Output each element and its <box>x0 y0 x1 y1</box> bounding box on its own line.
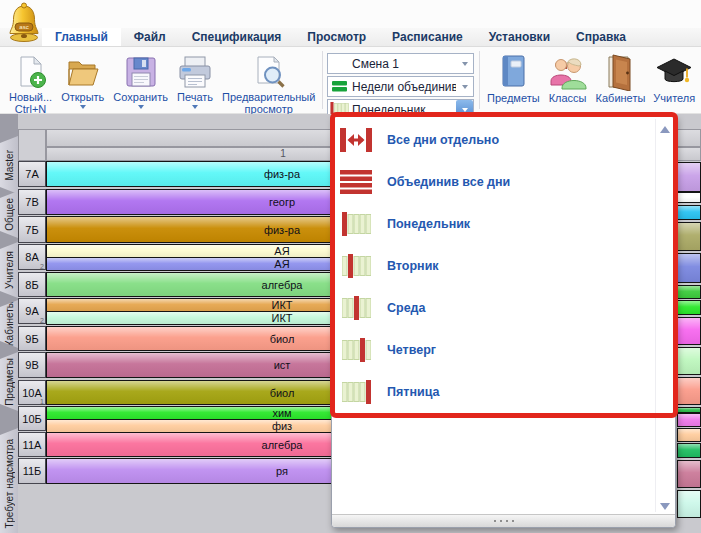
class-row-header-8[interactable]: 10А1 <box>18 380 46 405</box>
combo-value: Смена 1 <box>350 57 456 71</box>
toolbar-button-rooms[interactable]: Кабинеты <box>593 52 649 104</box>
entity-button-group: ПредметыКлассыКабинетыУчителя <box>484 52 698 104</box>
class-row-header-2[interactable]: 7Б <box>18 216 46 243</box>
side-tab-4[interactable]: Предметы <box>0 352 18 411</box>
lesson-card-partial[interactable] <box>677 347 701 375</box>
save-floppy-icon <box>124 53 158 91</box>
dropdown-item-6[interactable]: Пятница <box>338 371 651 413</box>
chevron-down-icon[interactable] <box>80 105 86 112</box>
toolbar-button-subjects[interactable]: Предметы <box>484 52 543 104</box>
side-tab-0[interactable]: Master <box>0 136 18 194</box>
file-button-group: Новый...Ctrl+NОткрытьСохранитьПечатьПред… <box>6 53 318 115</box>
chevron-down-icon[interactable] <box>138 105 144 112</box>
side-tab-2[interactable]: Учителя <box>0 242 18 298</box>
menu-tab-1[interactable]: Файл <box>121 28 179 46</box>
printer-icon <box>177 53 213 91</box>
side-tab-3[interactable]: Кабинеты <box>0 300 18 348</box>
side-tab-5[interactable]: Требует надсмотра <box>0 428 18 533</box>
rooms-door-icon <box>603 52 637 92</box>
lesson-card-partial[interactable] <box>677 317 701 345</box>
all-days-separate-icon <box>338 128 374 152</box>
row-subscript: 2 <box>40 317 44 324</box>
print-preview-icon <box>251 53 287 91</box>
toolbar-button-open[interactable]: Открыть <box>58 53 107 115</box>
toolbar-button-preview[interactable]: Предварительныйпросмотр <box>219 53 318 115</box>
combo-weeks[interactable]: Недели объединив <box>327 76 474 97</box>
toolbar-separator <box>479 51 480 109</box>
scroll-down-icon[interactable] <box>659 503 671 513</box>
all-days-merged-icon <box>338 170 374 194</box>
lesson-card-partial[interactable] <box>677 285 701 299</box>
lesson-card-partial[interactable] <box>677 300 701 315</box>
day-5-icon <box>338 380 374 404</box>
lesson-card-partial[interactable] <box>677 253 701 283</box>
class-row-header-5[interactable]: 9А2 <box>18 298 46 324</box>
class-row-header-10[interactable]: 11А <box>18 432 46 457</box>
lesson-card-partial[interactable] <box>677 205 701 220</box>
combo-shift[interactable]: Смена 1 <box>327 53 474 74</box>
toolbar-button-save[interactable]: Сохранить <box>110 53 171 115</box>
main-toolbar: Новый...Ctrl+NОткрытьСохранитьПечатьПред… <box>0 47 701 114</box>
grid-corner <box>18 129 46 161</box>
dropdown-item-5[interactable]: Четверг <box>338 329 651 371</box>
class-row-header-4[interactable]: 8Б <box>18 272 46 297</box>
teachers-cap-icon <box>654 52 694 92</box>
toolbar-button-print[interactable]: Печать <box>174 53 216 115</box>
lesson-card-partial[interactable] <box>677 443 701 458</box>
class-row-header-7[interactable]: 9В <box>18 352 46 378</box>
combo-dropdown-arrow-icon[interactable] <box>456 77 473 96</box>
day-4-icon <box>338 338 374 362</box>
menu-tab-bar: ГлавныйФайлСпецификацияПросмотрРасписани… <box>0 28 701 47</box>
dropdown-item-3[interactable]: Вторник <box>338 245 651 287</box>
lesson-card-partial[interactable] <box>677 377 701 405</box>
view-combo-stack: Смена 1Недели объединивПонедельник <box>327 53 474 122</box>
dropdown-item-4[interactable]: Среда <box>338 287 651 329</box>
class-row-header-9[interactable]: 10Б <box>18 406 46 431</box>
menu-tab-3[interactable]: Просмотр <box>294 28 379 46</box>
class-row-header-0[interactable]: 7А <box>18 161 46 187</box>
menu-tab-5[interactable]: Установки <box>476 28 563 46</box>
open-folder-icon <box>65 53 101 91</box>
menu-tab-4[interactable]: Расписание <box>379 28 476 46</box>
dropdown-scroll-divider <box>655 119 656 512</box>
menu-tab-0[interactable]: Главный <box>42 28 121 46</box>
asc-bell-logo: asc <box>7 2 41 46</box>
dropdown-item-2[interactable]: Понедельник <box>338 203 651 245</box>
new-document-icon <box>14 53 48 91</box>
dropdown-resize-grip[interactable] <box>332 514 675 527</box>
menu-tab-2[interactable]: Спецификация <box>179 28 295 46</box>
chevron-down-icon[interactable] <box>192 105 198 112</box>
lesson-card-partial[interactable] <box>677 460 701 488</box>
dropdown-item-0[interactable]: Все дни отдельно <box>338 119 651 161</box>
side-tab-1[interactable]: Общее <box>0 191 18 238</box>
toolbar-separator <box>322 51 323 109</box>
lesson-card-partial[interactable] <box>677 413 701 427</box>
toolbar-button-classes[interactable]: Классы <box>545 52 591 104</box>
toolbar-button-new[interactable]: Новый...Ctrl+N <box>6 53 55 115</box>
svg-text:asc: asc <box>19 24 28 30</box>
day-3-icon <box>338 296 374 320</box>
subjects-book-icon <box>495 52 531 92</box>
class-row-header-11[interactable]: 11Б <box>18 458 46 484</box>
combo-dropdown-arrow-icon[interactable] <box>456 54 473 73</box>
lesson-card-partial[interactable] <box>677 222 701 251</box>
window-top-bar <box>0 0 701 28</box>
menu-tab-6[interactable]: Справка <box>563 28 639 46</box>
dropdown-item-1[interactable]: Объединив все дни <box>338 161 651 203</box>
scroll-up-icon[interactable] <box>659 126 671 136</box>
classes-people-icon <box>548 52 588 92</box>
days-dropdown-popup: Все дни отдельноОбъединив все дниПонедел… <box>331 116 676 528</box>
class-row-header-6[interactable]: 9Б <box>18 326 46 351</box>
merged-weeks-icon <box>328 80 350 93</box>
class-row-header-1[interactable]: 7В <box>18 189 46 215</box>
lesson-card-partial[interactable] <box>677 428 701 442</box>
lesson-card-partial[interactable] <box>677 162 701 192</box>
timetable-grid-area: 1 Все дни отдельноОбъединив все дниПонед… <box>0 114 701 533</box>
combo-value: Недели объединив <box>350 80 456 94</box>
toolbar-button-teachers[interactable]: Учителя <box>650 52 698 104</box>
lesson-card-partial[interactable] <box>677 490 701 518</box>
row-subscript: 2 <box>40 263 44 270</box>
class-row-header-3[interactable]: 8А2 <box>18 244 46 270</box>
day-2-icon <box>338 254 374 278</box>
lesson-card-partial[interactable] <box>677 192 701 203</box>
